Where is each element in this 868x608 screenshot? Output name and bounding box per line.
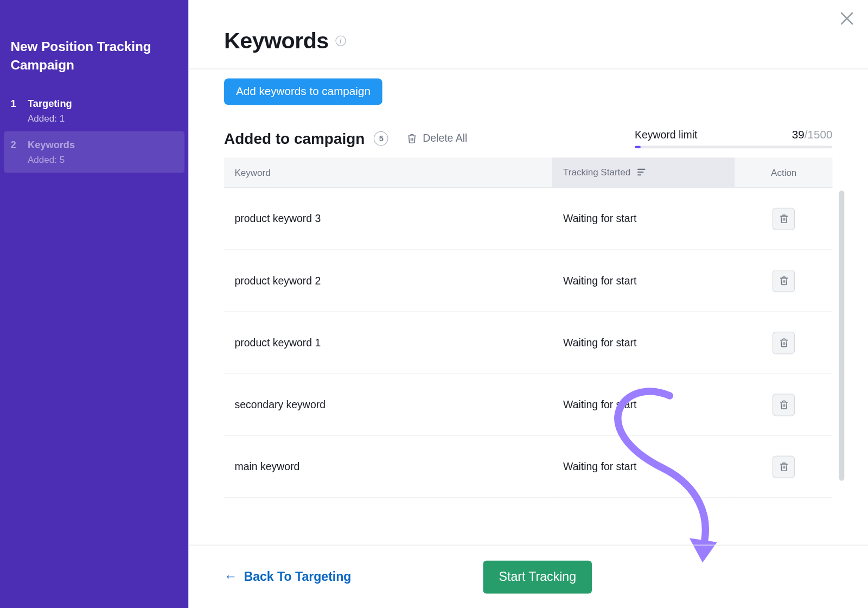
- keywords-table-wrap: Keyword Tracking Started Action product …: [224, 157, 832, 498]
- footer: ← Back To Targeting Start Tracking: [188, 545, 868, 608]
- step-subtext: Added: 1: [28, 113, 72, 123]
- step-name: Targeting: [28, 98, 72, 109]
- delete-all-label: Delete All: [423, 132, 467, 144]
- trash-icon: [407, 133, 417, 143]
- delete-row-button[interactable]: [773, 394, 795, 416]
- info-icon[interactable]: i: [335, 35, 346, 46]
- table-row: product keyword 3Waiting for start: [224, 188, 832, 250]
- cell-tracking-status: Waiting for start: [553, 188, 735, 250]
- delete-row-button[interactable]: [773, 207, 795, 230]
- step-name: Keywords: [28, 139, 75, 150]
- col-header-keyword[interactable]: Keyword: [224, 157, 553, 188]
- scrollbar-thumb[interactable]: [839, 191, 845, 481]
- limit-values: 39/1500: [792, 129, 833, 142]
- limit-used: 39: [792, 129, 805, 141]
- start-tracking-button[interactable]: Start Tracking: [483, 560, 592, 593]
- table-row: secondary keywordWaiting for start: [224, 374, 832, 436]
- limit-progress-bar: [635, 145, 832, 148]
- back-to-targeting-link[interactable]: ← Back To Targeting: [224, 569, 351, 584]
- cell-tracking-status: Waiting for start: [553, 312, 735, 373]
- cell-tracking-status: Waiting for start: [553, 374, 735, 436]
- table-row: product keyword 1Waiting for start: [224, 312, 832, 373]
- cell-keyword: secondary keyword: [224, 374, 553, 436]
- step-number: 2: [10, 139, 18, 150]
- step-targeting[interactable]: 1 Targeting Added: 1: [0, 90, 188, 131]
- added-title: Added to campaign: [224, 130, 365, 148]
- add-keywords-button[interactable]: Add keywords to campaign: [224, 79, 382, 105]
- col-header-tracking[interactable]: Tracking Started: [553, 157, 735, 188]
- wizard-steps: 1 Targeting Added: 1 2 Keywords Added: 5: [0, 90, 188, 173]
- table-row: product keyword 2Waiting for start: [224, 250, 832, 312]
- cell-action: [735, 312, 832, 373]
- table-row: main keywordWaiting for start: [224, 436, 832, 498]
- step-subtext: Added: 5: [28, 154, 75, 164]
- cell-action: [735, 436, 832, 498]
- cell-keyword: main keyword: [224, 436, 553, 498]
- main-panel: Keywords i Add keywords to campaign Adde…: [188, 0, 868, 608]
- cell-action: [735, 188, 832, 250]
- cell-keyword: product keyword 2: [224, 250, 553, 312]
- sidebar: New Position Tracking Campaign 1 Targeti…: [0, 0, 188, 608]
- back-label: Back To Targeting: [244, 569, 352, 584]
- cell-action: [735, 250, 832, 312]
- limit-label: Keyword limit: [635, 129, 698, 141]
- step-number: 1: [10, 98, 18, 109]
- delete-row-button[interactable]: [773, 270, 795, 292]
- page-title: Keywords: [224, 28, 329, 53]
- delete-all-button[interactable]: Delete All: [407, 132, 467, 144]
- added-count-badge: 5: [374, 131, 388, 146]
- arrow-left-icon: ←: [224, 569, 237, 584]
- col-header-action: Action: [735, 157, 832, 188]
- delete-row-button[interactable]: [773, 332, 795, 354]
- cell-tracking-status: Waiting for start: [553, 436, 735, 498]
- step-keywords[interactable]: 2 Keywords Added: 5: [4, 131, 184, 173]
- cell-keyword: product keyword 1: [224, 312, 553, 373]
- cell-action: [735, 374, 832, 436]
- sort-desc-icon: [637, 168, 646, 178]
- keywords-table: Keyword Tracking Started Action product …: [224, 157, 832, 498]
- cell-tracking-status: Waiting for start: [553, 250, 735, 312]
- delete-row-button[interactable]: [773, 455, 795, 478]
- cell-keyword: product keyword 3: [224, 188, 553, 250]
- close-icon[interactable]: [838, 9, 856, 28]
- keyword-limit: Keyword limit 39/1500: [635, 129, 832, 148]
- sidebar-title: New Position Tracking Campaign: [0, 0, 188, 90]
